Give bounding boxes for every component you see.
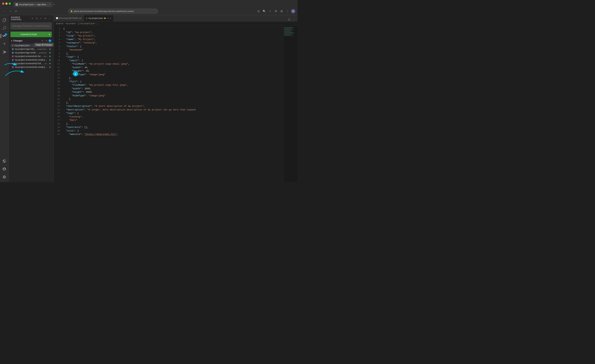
commit-push-dropdown[interactable]: ▾: [47, 32, 52, 37]
breadcrumb-projects[interactable]: projects: [56, 22, 64, 25]
file-path-2: projects/...: [39, 52, 48, 54]
source-control-more[interactable]: ···: [48, 17, 51, 20]
changes-chevron: ▼: [11, 40, 13, 42]
changes-header[interactable]: ▼ Changes ↺ + 7: [10, 38, 52, 43]
activity-explorer[interactable]: [1, 17, 8, 24]
file-item-screenshot1-small[interactable]: 🖼 my-project-screenshot1-small.png... A: [10, 58, 52, 62]
editor-more-btn[interactable]: ···: [292, 18, 296, 21]
source-control-refresh[interactable]: ↺: [43, 17, 47, 20]
bookmark-icon[interactable]: ☆: [268, 9, 272, 13]
file-item-logo-small[interactable]: 🖼 my-project-logo-small.jpeg projects/..…: [10, 51, 52, 55]
activity-extensions[interactable]: [1, 48, 8, 56]
reload-button[interactable]: ↺: [14, 9, 18, 13]
code-content[interactable]: { "id": "my-project", "slug": "my-projec…: [62, 26, 283, 182]
new-tab-button[interactable]: +: [53, 3, 55, 6]
tab-label-preview: [Preview] README.md: [59, 17, 81, 20]
file-name-2: my-project-logo-small.jpeg: [15, 51, 38, 54]
tab-modified-dot: [104, 17, 106, 19]
menu-icon[interactable]: ⋮: [285, 9, 290, 13]
sidebar-actions: ≡ ⌥ ✓ ↺ ···: [30, 17, 51, 20]
zoom-icon[interactable]: 🔍: [262, 9, 267, 13]
activity-settings[interactable]: [1, 173, 8, 181]
file-item-screenshot1-full[interactable]: 🖼 my-project-screenshot1-full.png pro...…: [10, 55, 52, 58]
source-control-list-view[interactable]: ≡: [30, 17, 34, 20]
file-icon-png-3: 🖼: [12, 62, 14, 65]
file-icon-png-4: 🖼: [12, 66, 14, 68]
url-bar[interactable]: 🔒 github.dev/moonbeam-foundation/app-dir…: [68, 9, 158, 14]
extensions-icon[interactable]: ⧉: [274, 9, 278, 13]
traffic-lights: [2, 2, 11, 5]
app-layout: 7 SOURCE CONTROL ≡ ⌥ ✓: [0, 15, 298, 182]
code-editor: 12345 678910 1112131415 1617181920 21222…: [54, 26, 298, 182]
activity-remote[interactable]: [1, 157, 8, 165]
tab-close-json[interactable]: ✕: [110, 17, 111, 20]
file-status-2: A: [49, 52, 51, 54]
file-name-5: my-project-screenshot2-full.png: [15, 62, 44, 65]
minimize-button[interactable]: [5, 2, 7, 5]
activity-bottom: [1, 157, 8, 181]
source-control-check[interactable]: ✓: [39, 17, 43, 20]
changes-count: 7: [49, 39, 51, 42]
file-item-json[interactable]: {} my-project.json projects/my-project S…: [10, 44, 52, 47]
file-path-1: projects/m...: [37, 48, 48, 50]
activity-source-control[interactable]: 7: [1, 32, 8, 40]
title-bar: ⬡ my-project.json — app-direc... ✕ +: [0, 0, 298, 7]
file-icon-img-2: 🖼: [12, 51, 14, 54]
file-path-3: pro...: [44, 55, 48, 57]
tab-favicon: ⬡: [15, 3, 18, 6]
forward-button[interactable]: →: [8, 9, 12, 13]
annotation-circle-2: 2: [73, 71, 78, 76]
file-item-screenshot2-full[interactable]: 🖼 my-project-screenshot2-full.png pr... …: [10, 62, 52, 65]
file-status-5: A: [49, 62, 51, 64]
stage-all-changes-btn[interactable]: +: [44, 39, 48, 43]
tab-title: my-project.json — app-direc...: [19, 3, 48, 6]
file-status-6: A: [49, 66, 51, 68]
toolbar-right: ⊡ 🔍 ☆ ⧉ ⊞ ⋮ A: [256, 9, 295, 13]
file-name-3: my-project-screenshot1-full.png: [15, 55, 43, 57]
commit-push-button[interactable]: Commit & Push: [10, 32, 47, 37]
breadcrumb-json-icon: {}: [78, 22, 79, 25]
split-editor-btn[interactable]: ⊡: [287, 18, 291, 21]
file-icon-json: {}: [12, 44, 14, 47]
file-status-3: A: [49, 55, 51, 57]
commit-message-input[interactable]: [10, 22, 52, 29]
activity-search[interactable]: [1, 25, 8, 32]
cast-icon[interactable]: ⊡: [256, 9, 261, 13]
address-bar: ← → ↺ 🔒 github.dev/moonbeam-foundation/a…: [0, 7, 298, 15]
file-status-4: A: [49, 59, 51, 61]
back-button[interactable]: ←: [2, 9, 7, 13]
sidebar-header: SOURCE CONTROL ≡ ⌥ ✓ ↺ ···: [9, 15, 54, 21]
browser-tab[interactable]: ⬡ my-project.json — app-direc... ✕: [14, 2, 52, 7]
breadcrumb-ellipsis[interactable]: …: [97, 22, 99, 25]
lock-icon: 🔒: [70, 10, 73, 12]
changes-actions: ↺ + 7: [41, 39, 51, 43]
profile-avatar[interactable]: A: [291, 9, 295, 13]
split-icon[interactable]: ⊞: [279, 9, 284, 13]
commit-message-area: [10, 22, 52, 29]
breadcrumb-my-project[interactable]: my-project: [66, 22, 76, 25]
browser-tab-bar: ⬡ my-project.json — app-direc... ✕ +: [14, 0, 295, 7]
activity-account[interactable]: [1, 165, 8, 173]
file-path-0: projects/my-project: [36, 44, 51, 47]
tab-preview-readme[interactable]: ⬜ [Preview] README.md: [54, 15, 84, 21]
close-button[interactable]: [2, 2, 4, 5]
breadcrumb: projects › my-project › {} my-project.js…: [54, 21, 298, 26]
source-control-badge: 7: [5, 33, 7, 36]
breadcrumb-filename[interactable]: my-project.json: [80, 22, 95, 25]
file-status-1: A: [49, 48, 51, 50]
file-item-screenshot2-small[interactable]: 🖼 my-project-screenshot2-small.png... A: [10, 65, 52, 69]
minimap: [283, 26, 298, 182]
activity-run[interactable]: [1, 40, 8, 48]
maximize-button[interactable]: [9, 2, 11, 5]
url-text: github.dev/moonbeam-foundation/app-direc…: [74, 10, 134, 12]
sidebar-title: SOURCE CONTROL: [11, 16, 29, 21]
tab-close-button[interactable]: ✕: [49, 4, 50, 6]
changes-section: ▼ Changes ↺ + 7 {} my-project.json proje…: [9, 38, 54, 69]
discard-all-changes[interactable]: ↺: [41, 39, 44, 43]
file-name-6: my-project-screenshot2-small.png...: [15, 66, 48, 68]
file-item-logo-full[interactable]: 🖼 my-project-logo-full.jpeg projects/m..…: [10, 47, 52, 51]
tab-my-project-json[interactable]: {} my-project.json A ✕: [84, 15, 113, 21]
sidebar: SOURCE CONTROL ≡ ⌥ ✓ ↺ ··· Commit & Push…: [9, 15, 54, 182]
source-control-graph[interactable]: ⌥: [35, 17, 38, 20]
file-name-1: my-project-logo-full.jpeg: [15, 48, 37, 50]
